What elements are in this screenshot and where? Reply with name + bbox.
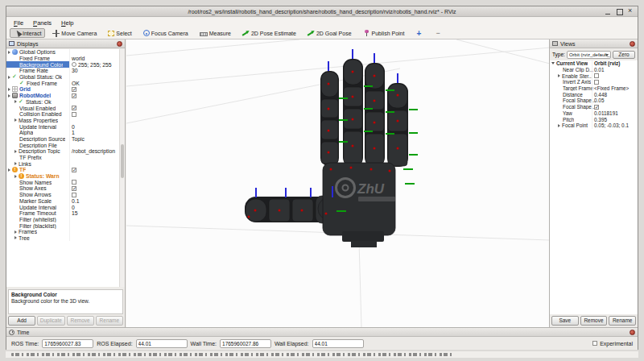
expand-arrow-icon[interactable] [8,94,10,98]
focus-camera-button[interactable]: Focus Camera [139,28,192,38]
property-row-current-view[interactable]: Current ViewOrbit (rviz) [550,60,638,67]
expand-arrow-icon[interactable] [14,118,17,122]
property-row-status-ok[interactable]: Status: Ok [6,99,119,106]
menu-item-file[interactable]: File [9,19,28,27]
menu-item-help[interactable]: Help [56,19,78,27]
property-row-links[interactable]: Links [6,160,119,167]
experimental-checkbox[interactable] [592,341,597,346]
maximize-icon[interactable] [616,8,623,15]
close-icon[interactable] [627,8,634,15]
time-field-input-wall-time[interactable] [220,339,271,348]
checkbox[interactable] [594,73,599,78]
expand-arrow-icon[interactable] [14,236,17,239]
2d-goal-pose-button[interactable]: 2D Goal Pose [303,28,356,38]
expand-arrow-icon[interactable] [8,76,10,79]
views-close-button[interactable] [630,41,635,47]
checkbox[interactable]: ✓ [72,186,76,191]
2d-pose-estimate-button[interactable]: 2D Pose Estimate [238,28,300,38]
property-row-update-interval[interactable]: Update Interval0 [6,123,119,130]
property-row-frames[interactable]: Frames [6,229,119,235]
property-row-target-frame[interactable]: Target Frame<Fixed Frame> [550,85,638,92]
displays-scrollbar[interactable] [119,49,125,287]
time-field-input-ros-elapsed[interactable] [136,339,188,348]
property-row-grid[interactable]: Grid✓ [6,86,119,93]
property-row-pitch[interactable]: Pitch0.395 [550,116,638,122]
views-rename-button[interactable]: Rename [609,316,636,326]
time-field-input-wall-elapsed[interactable] [312,339,364,348]
property-row-mass-properties[interactable]: Mass Properties [6,118,119,124]
views-remove-button[interactable]: Remove [580,316,608,326]
minimize-icon[interactable] [605,8,612,15]
property-row-yaw[interactable]: Yaw0.0118191 [550,110,638,117]
checkbox[interactable] [594,80,599,85]
views-save-button[interactable]: Save [551,316,579,326]
property-row-enable-ster[interactable]: Enable Ster... [550,73,638,79]
expand-arrow-icon[interactable] [551,62,555,64]
displays-close-button[interactable] [117,41,122,47]
property-row-filter-blacklist[interactable]: Filter (blacklist) [6,222,119,229]
property-row-invert-z-axis[interactable]: Invert Z Axis [550,79,638,85]
property-row-near-clip-d[interactable]: Near Clip D...0.01 [550,67,638,73]
property-row-fixed-frame[interactable]: Fixed FrameOK [6,80,119,86]
displays-add-button[interactable]: Add [8,316,35,326]
property-row-filter-whitelist[interactable]: Filter (whitelist) [6,217,119,223]
measure-button[interactable]: Measure [196,28,235,38]
expand-arrow-icon[interactable] [8,168,10,172]
interact-button[interactable]: Interact [10,28,45,38]
expand-arrow-icon[interactable] [14,230,17,234]
property-row-description-source[interactable]: Description SourceTopic [6,136,119,143]
checkbox[interactable] [72,112,76,117]
property-row-visual-enabled[interactable]: Visual Enabled✓ [6,105,119,111]
property-row-focal-shape[interactable]: Focal Shape...✓ [550,104,638,110]
property-row-description-topic[interactable]: Description Topic/robot_description [6,148,119,155]
property-row-show-names[interactable]: Show Names [6,179,119,185]
property-row-marker-scale[interactable]: Marker Scale0.1 [6,198,119,205]
plus-button[interactable] [411,28,427,38]
checkbox[interactable]: ✓ [72,168,76,172]
property-row-show-arrows[interactable]: Show Arrows [6,192,119,198]
property-row-tf[interactable]: TF✓ [6,167,119,173]
publish-point-button[interactable]: Publish Point [359,28,409,38]
3d-viewport[interactable]: ZhU [126,39,550,327]
zero-button[interactable]: Zero [613,51,635,59]
time-close-button[interactable] [630,330,635,335]
checkbox[interactable]: ✓ [594,105,599,110]
expand-arrow-icon[interactable] [14,150,17,153]
property-row-description-file[interactable]: Description File [6,142,119,148]
property-row-tf-prefix[interactable]: TF Prefix [6,155,119,161]
displays-rename-button[interactable]: Rename [96,316,123,326]
expand-arrow-icon[interactable] [558,74,560,77]
property-row-status-warn[interactable]: Status: Warn [6,173,119,180]
property-row-update-interval[interactable]: Update Interval0 [6,204,119,210]
checkbox[interactable]: ✓ [72,106,76,110]
property-row-show-axes[interactable]: Show Axes✓ [6,185,119,192]
property-row-collision-enabled[interactable]: Collision Enabled [6,111,119,118]
checkbox[interactable]: ✓ [72,93,76,98]
property-row-global-options[interactable]: Global Options [6,49,119,56]
property-row-focal-point[interactable]: Focal Point0.05; -0.03; 0.1 [550,122,638,129]
checkbox[interactable] [72,193,76,197]
expand-arrow-icon[interactable] [558,124,560,127]
expand-arrow-icon[interactable] [8,51,10,54]
property-row-alpha[interactable]: Alpha1 [6,130,119,136]
property-row-frame-timeout[interactable]: Frame Timeout15 [6,210,119,217]
checkbox[interactable] [72,180,76,185]
property-row-fixed-frame[interactable]: Fixed Frameworld [6,56,119,62]
expand-arrow-icon[interactable] [14,100,17,103]
expand-arrow-icon[interactable] [14,162,17,165]
minus-button[interactable] [430,28,445,38]
expand-arrow-icon[interactable] [8,88,10,91]
displays-remove-button[interactable]: Remove [67,316,94,326]
select-button[interactable]: Select [104,28,135,38]
view-type-select[interactable]: Orbit (rviz_default_ [567,51,611,59]
time-field-input-ros-time[interactable] [42,339,93,348]
property-row-robotmodel[interactable]: RobotModel✓ [6,93,119,99]
property-row-distance[interactable]: Distance0.448 [550,91,638,98]
checkbox[interactable]: ✓ [72,87,76,92]
property-row-tree[interactable]: Tree [6,235,119,242]
menu-item-panels[interactable]: Panels [28,19,56,27]
move-camera-button[interactable]: Move Camera [48,28,101,38]
property-row-frame-rate[interactable]: Frame Rate30 [6,68,119,74]
property-row-focal-shape[interactable]: Focal Shape...0.05 [550,98,638,104]
displays-duplicate-button[interactable]: Duplicate [37,316,64,326]
